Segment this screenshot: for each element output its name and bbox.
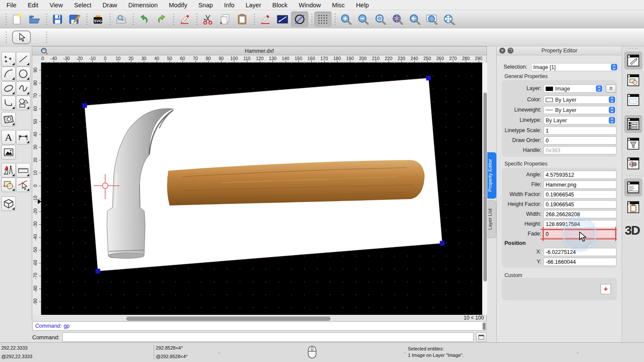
zoom-in-button[interactable] [337, 12, 355, 27]
zoom-pan-button[interactable] [440, 12, 458, 27]
menu-modify[interactable]: Modify [169, 2, 187, 9]
menu-help[interactable]: Help [356, 2, 369, 9]
select-tools-button[interactable] [16, 178, 30, 192]
lineweight-dropdown[interactable]: By Layer [544, 106, 617, 114]
close-panel-button[interactable]: ✕ [499, 48, 505, 54]
layer-menu-button[interactable]: ≡ [606, 84, 616, 93]
save-as-button[interactable] [66, 12, 83, 27]
cut-button[interactable]: + [199, 12, 216, 27]
layer-list-dock-button[interactable] [624, 115, 642, 133]
angle-input[interactable] [544, 171, 617, 179]
hatch-tools-button[interactable] [1, 112, 16, 127]
menu-info[interactable]: Info [224, 2, 234, 9]
hruler-tick [79, 60, 80, 62]
vertical-scrollbar-thumb[interactable] [483, 93, 487, 281]
delete-button[interactable] [176, 12, 193, 27]
horizontal-scrollbar-track[interactable] [41, 316, 471, 320]
height-factor-input[interactable] [544, 200, 617, 208]
selection-dropdown[interactable]: Image [1] [531, 63, 619, 71]
menu-view[interactable]: View [49, 2, 63, 9]
menu-block[interactable]: Block [272, 2, 287, 9]
tab-property-editor[interactable]: Property Editor [487, 152, 496, 199]
library-browser-dock-button[interactable] [624, 91, 642, 109]
save-button[interactable] [49, 12, 66, 27]
copy-button[interactable]: + [216, 12, 234, 27]
toolbar-grip[interactable] [3, 30, 8, 44]
solid-3d-tools-button[interactable] [1, 196, 16, 211]
undo-button[interactable] [136, 12, 153, 27]
document-title-bar[interactable]: Hammer.dxf [32, 47, 486, 55]
add-custom-property-button[interactable]: + [601, 284, 611, 294]
horizontal-scrollbar-thumb[interactable] [126, 317, 331, 321]
dock-3d-button[interactable]: 3D [625, 223, 639, 238]
redo-button[interactable] [153, 12, 170, 27]
zoom-previous-button[interactable] [406, 12, 423, 27]
shape-tools-button[interactable] [16, 96, 30, 110]
linetype-scale-input[interactable] [544, 127, 617, 135]
document-title: Hammer.dxf [245, 48, 273, 54]
selection-tool-button[interactable] [12, 30, 31, 44]
command-input[interactable] [62, 332, 474, 342]
mouse-icon [307, 345, 317, 359]
fade-row: Fade: [497, 230, 622, 238]
block-list-dock-button[interactable] [624, 71, 642, 89]
linetype-dropdown[interactable]: By Layer [544, 116, 617, 124]
command-history-dock-button[interactable] [624, 178, 642, 196]
edit-properties-button[interactable] [257, 12, 274, 27]
zoom-selection-button[interactable] [389, 12, 406, 27]
property-editor-dock-button[interactable] [624, 51, 642, 69]
ellipse-tools-button[interactable] [1, 81, 16, 96]
image-tool-button[interactable] [1, 145, 16, 160]
selection-filter-dock-button[interactable] [624, 135, 642, 153]
menu-layer[interactable]: Layer [246, 2, 261, 9]
menu-file[interactable]: File [6, 2, 16, 9]
selection-row: Selection: Image [1] [497, 63, 622, 71]
dock-grip [626, 48, 640, 49]
clipboard-dock-button[interactable] [624, 198, 642, 216]
distance-tool-button[interactable] [274, 12, 291, 27]
circle-tools-button[interactable] [16, 66, 30, 81]
spline-tools-button[interactable] [16, 81, 30, 96]
menu-snap[interactable]: Snap [198, 2, 213, 9]
restrict-off-button[interactable] [291, 12, 308, 27]
grid-toggle-button[interactable] [314, 12, 331, 27]
menu-misc[interactable]: Misc [332, 2, 345, 9]
command-history[interactable]: Command: gp [32, 321, 486, 331]
menu-dimension[interactable]: Dimension [128, 2, 158, 9]
paste-button[interactable] [234, 12, 251, 27]
dimension-tools-button[interactable] [16, 130, 30, 145]
menu-select[interactable]: Select [74, 2, 91, 9]
zoom-window-button[interactable] [423, 12, 440, 27]
arc-tools-button[interactable] [1, 66, 16, 81]
file-input[interactable] [544, 181, 617, 189]
command-options-button[interactable] [476, 332, 486, 342]
menu-window[interactable]: Window [299, 2, 321, 9]
layer-dropdown[interactable]: Image [544, 84, 604, 93]
polyline-tools-button[interactable] [1, 96, 16, 110]
toolbar-grip[interactable] [3, 12, 8, 26]
menu-draw[interactable]: Draw [103, 2, 117, 9]
vertical-scrollbar[interactable] [482, 63, 487, 315]
float-panel-button[interactable]: ❐ [507, 48, 513, 54]
new-file-button[interactable] [9, 12, 26, 27]
position-y-input[interactable] [544, 258, 617, 266]
svg-export-button[interactable]: SVG [89, 12, 106, 27]
line-tools-button[interactable] [16, 52, 30, 66]
point-tools-button[interactable] [1, 52, 16, 66]
menu-edit[interactable]: Edit [27, 2, 38, 9]
zoom-auto-button[interactable] [372, 12, 389, 27]
draw-misc-tools-button[interactable] [1, 163, 16, 178]
tab-layer-list[interactable]: Layer List [487, 200, 496, 238]
drawing-canvas[interactable] [41, 63, 482, 315]
open-file-button[interactable] [26, 12, 43, 27]
command-history-scrollbar-thumb[interactable] [483, 323, 486, 330]
draw-order-input[interactable] [544, 136, 617, 145]
width-factor-input[interactable] [544, 190, 617, 199]
print-preview-button[interactable] [112, 12, 130, 27]
zoom-out-button[interactable] [355, 12, 372, 27]
modify-tools-button[interactable] [1, 178, 16, 192]
command-trigger-dock-button[interactable] [624, 154, 642, 172]
measure-tools-button[interactable] [16, 163, 30, 178]
color-dropdown[interactable]: By Layer [544, 96, 617, 104]
text-tool-button[interactable]: A [1, 130, 16, 145]
